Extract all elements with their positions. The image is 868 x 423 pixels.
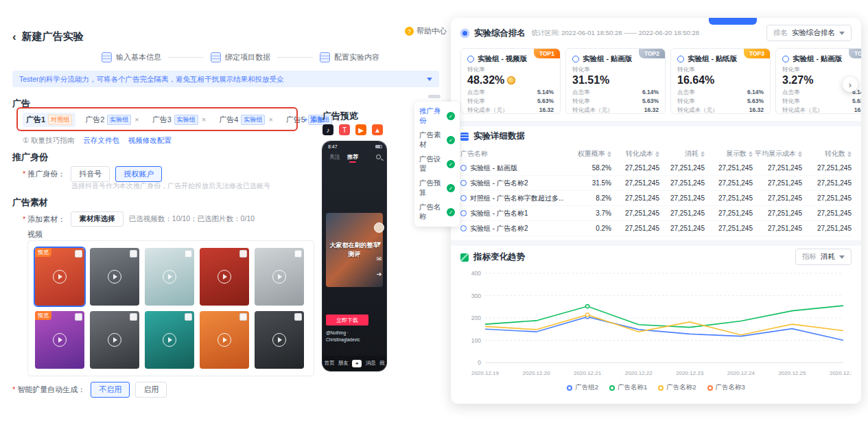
avatar-icon[interactable] (374, 222, 384, 233)
comment-icon[interactable] (375, 254, 384, 263)
play-icon[interactable] (218, 333, 231, 347)
radio-icon[interactable] (572, 56, 579, 62)
anchor-nav-item[interactable]: 广告预算 (419, 179, 455, 198)
phone-feed-tab[interactable]: 关注 (329, 153, 340, 161)
column-header[interactable]: 转化成本 (611, 149, 659, 159)
column-header[interactable]: 广告名称 (460, 149, 563, 159)
table-row[interactable]: 实验组 - 广告名称13.7%27,251,24527,251,24527,25… (460, 206, 852, 221)
carousel-next-button[interactable]: › (843, 77, 858, 92)
phone-nav-item[interactable]: 朋友 (338, 360, 349, 367)
select-checkbox[interactable] (185, 250, 192, 258)
close-icon[interactable]: × (134, 115, 139, 124)
play-icon[interactable] (163, 270, 176, 284)
collapse-chevron-icon[interactable] (427, 78, 432, 84)
radio-icon[interactable] (460, 195, 467, 201)
legend-item[interactable]: 广告名称3 (707, 383, 745, 392)
video-thumbnail[interactable] (90, 311, 139, 369)
play-icon[interactable] (272, 333, 286, 347)
radio-icon[interactable] (677, 56, 684, 62)
video-thumbnail[interactable] (200, 311, 249, 369)
table-row[interactable]: 对照组 - 广告名称字数超过多...8.2%27,251,24527,251,2… (460, 191, 852, 206)
play-icon[interactable] (108, 333, 121, 347)
material-library-button[interactable]: 素材库选择 (71, 212, 124, 227)
stepper-step[interactable]: 绑定项目数据 (211, 52, 270, 62)
experiment-rank-card[interactable]: TOP1实验组 - 视频版转化率48.32%点击率5.14%转化率5.63%转化… (460, 48, 561, 114)
select-checkbox[interactable] (130, 250, 137, 258)
radio-icon[interactable] (460, 165, 467, 171)
video-thumbnail[interactable]: 预览 (35, 311, 84, 369)
douyin-icon[interactable]: ♪ (322, 124, 333, 135)
table-row[interactable]: 实验组 - 贴画版58.2%27,251,24527,251,24527,251… (460, 161, 852, 176)
ad-tab[interactable]: 广告4实验组× (215, 113, 277, 127)
ad-tab[interactable]: 广告1对照组 (23, 113, 75, 127)
play-icon[interactable] (272, 270, 286, 284)
video-thumbnail[interactable] (200, 248, 249, 306)
share-icon[interactable] (375, 269, 384, 278)
phone-feed-tab[interactable]: 推荐 (347, 153, 358, 161)
option-button[interactable]: 启用 (135, 382, 167, 398)
experiment-rank-card[interactable]: TOP2实验组 - 贴画版转化率31.51%点击率6.14%转化率5.63%转化… (565, 48, 666, 114)
legend-item[interactable]: 广告名称1 (609, 383, 647, 392)
select-checkbox[interactable] (75, 250, 82, 258)
video-thumbnail[interactable] (255, 311, 304, 369)
download-cta-button[interactable]: 立即下载 (326, 315, 368, 325)
metric-filter-select[interactable]: 指标 消耗 (795, 249, 852, 265)
video-thumbnail[interactable] (90, 248, 139, 306)
table-row[interactable]: 实验组 - 广告名称20.2%27,251,24527,251,24527,25… (460, 221, 852, 236)
add-ad-tab-button[interactable]: + 添加 (303, 115, 325, 125)
stepper-step[interactable]: 配置实验内容 (320, 52, 379, 62)
anchor-nav-item[interactable]: 推广身份 (419, 106, 455, 126)
play-icon[interactable] (218, 270, 231, 284)
experiment-rank-card[interactable]: TOP3实验组 - 贴纸版转化率16.64%点击率6.14%转化率5.63%转化… (670, 48, 771, 114)
select-checkbox[interactable] (185, 313, 192, 321)
tip-link-2[interactable]: 视频修改配置 (128, 136, 172, 144)
tip-link-1[interactable]: 云存文件包 (83, 136, 119, 144)
play-icon[interactable] (108, 270, 121, 284)
option-button[interactable]: 不启用 (91, 382, 130, 398)
panel-handle[interactable] (709, 18, 757, 25)
play-icon[interactable] (163, 333, 176, 347)
search-icon[interactable] (376, 155, 381, 159)
like-icon[interactable] (375, 239, 384, 248)
close-icon[interactable]: × (268, 115, 272, 124)
play-icon[interactable] (53, 333, 67, 347)
ranking-filter-select[interactable]: 排名 实验综合排名 (766, 25, 852, 41)
phone-nav-item[interactable]: 消息 (366, 360, 376, 367)
select-checkbox[interactable] (239, 313, 247, 321)
anchor-nav-item[interactable]: 广告设置 (419, 155, 455, 174)
close-icon[interactable]: × (202, 115, 206, 124)
ad-tab[interactable]: 广告3实验组× (149, 113, 210, 127)
anchor-nav-item[interactable]: 广告名称 (419, 203, 455, 222)
xigua-icon[interactable]: ▶ (355, 124, 366, 135)
radio-icon[interactable] (460, 180, 467, 186)
table-row[interactable]: 实验组 - 广告名称231.5%27,251,24527,251,24527,2… (460, 176, 852, 191)
video-thumbnail[interactable] (145, 248, 194, 306)
select-checkbox[interactable] (239, 250, 247, 258)
back-button[interactable]: ‹ (12, 31, 16, 43)
column-header[interactable]: 平均展示成本 (753, 149, 802, 159)
phone-nav-item[interactable]: 我 (379, 360, 385, 367)
toutiao-icon[interactable]: T (339, 124, 350, 135)
video-thumbnail[interactable]: 预览 (35, 248, 84, 306)
select-checkbox[interactable] (294, 250, 302, 258)
video-thumbnail[interactable] (145, 311, 194, 369)
ad-tab[interactable]: 广告2实验组× (82, 113, 143, 127)
column-header[interactable]: 权重概率 (563, 149, 611, 159)
anchor-nav-item[interactable]: 广告素材 (419, 130, 455, 150)
select-checkbox[interactable] (294, 313, 302, 321)
radio-icon[interactable] (782, 56, 789, 62)
help-center-link[interactable]: 帮助中心 (405, 26, 447, 36)
select-checkbox[interactable] (130, 313, 137, 321)
legend-item[interactable]: 广告组2 (567, 383, 598, 392)
legend-item[interactable]: 广告名称2 (658, 383, 696, 392)
column-header[interactable]: 展示数 (705, 149, 753, 159)
column-header[interactable]: 消耗 (659, 149, 705, 159)
radio-icon[interactable] (460, 210, 467, 216)
phone-nav-item[interactable]: 首页 (325, 360, 335, 367)
select-checkbox[interactable] (75, 313, 82, 321)
video-thumbnail[interactable] (255, 248, 304, 306)
phone-nav-item[interactable]: + (352, 360, 362, 367)
anchor-drag-handle[interactable] (428, 95, 441, 98)
radio-icon[interactable] (460, 225, 467, 231)
radio-icon[interactable] (467, 56, 474, 62)
